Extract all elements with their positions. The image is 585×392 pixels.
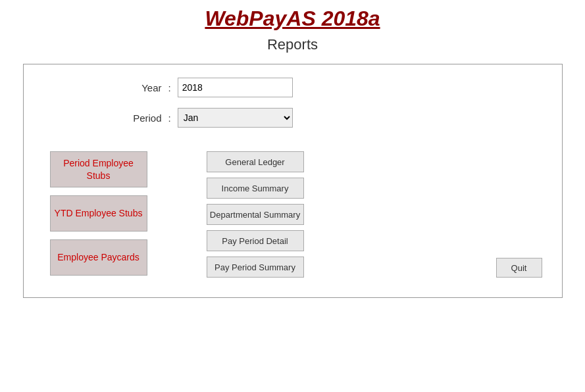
period-row: Period : Jan Feb Mar Apr May Jun Jul Aug…: [109, 108, 542, 128]
buttons-row: Period Employee Stubs YTD Employee Stubs…: [43, 138, 542, 278]
general-ledger-button[interactable]: General Ledger: [207, 151, 304, 172]
app-title: WebPayAS 2018a: [205, 7, 380, 31]
quit-area: Quit: [304, 258, 542, 278]
year-colon: :: [168, 82, 171, 93]
year-input[interactable]: [178, 78, 293, 97]
departmental-summary-button[interactable]: Departmental Summary: [207, 204, 304, 225]
pay-period-detail-button[interactable]: Pay Period Detail: [207, 230, 304, 251]
right-buttons: General Ledger Income Summary Department…: [207, 151, 304, 278]
ytd-employee-stubs-button[interactable]: YTD Employee Stubs: [50, 195, 147, 232]
quit-button[interactable]: Quit: [496, 258, 542, 278]
left-buttons: Period Employee Stubs YTD Employee Stubs…: [50, 151, 147, 278]
employee-paycards-button[interactable]: Employee Paycards: [50, 239, 147, 276]
buttons-section: Period Employee Stubs YTD Employee Stubs…: [43, 151, 304, 278]
pay-period-summary-button[interactable]: Pay Period Summary: [207, 257, 304, 278]
period-employee-stubs-button[interactable]: Period Employee Stubs: [50, 151, 147, 187]
year-label: Year: [109, 82, 162, 93]
period-label: Period: [109, 112, 162, 124]
main-container: Year : Period : Jan Feb Mar Apr May Jun …: [23, 64, 563, 298]
income-summary-button[interactable]: Income Summary: [207, 178, 304, 199]
period-colon: :: [168, 112, 171, 124]
year-row: Year :: [109, 78, 542, 97]
period-select[interactable]: Jan Feb Mar Apr May Jun Jul Aug Sep Oct …: [178, 108, 293, 128]
page-title: Reports: [267, 36, 318, 53]
